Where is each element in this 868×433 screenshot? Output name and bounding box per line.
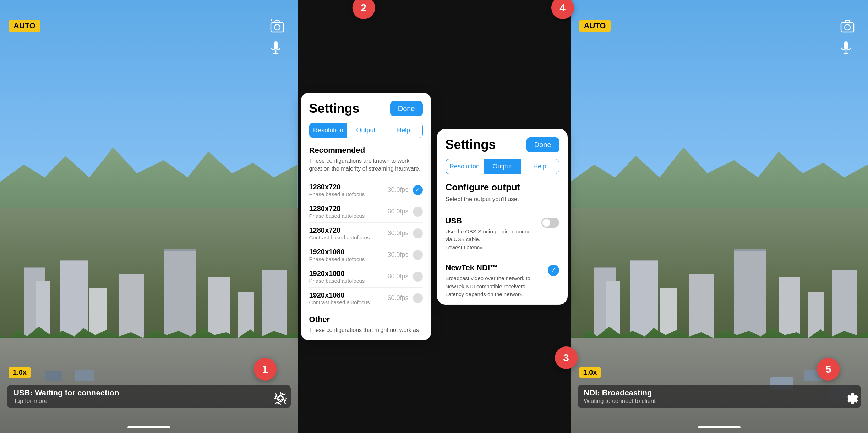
res-title-0: 1280x720 bbox=[309, 183, 365, 191]
output-name-usb: USB bbox=[446, 216, 538, 226]
status-sub-left: Tap for more bbox=[13, 398, 284, 405]
tab-bar-right: Resolution Output Help bbox=[446, 159, 559, 174]
radio-1[interactable] bbox=[413, 207, 423, 217]
status-sub-right: Waiting to connect to client bbox=[584, 398, 855, 405]
tab-resolution-left[interactable]: Resolution bbox=[310, 123, 347, 138]
settings-panel-left-wrapper: Settings Done Resolution Output Help Rec… bbox=[298, 0, 434, 433]
fps-2: 60.0fps bbox=[387, 229, 408, 237]
home-indicator-right bbox=[698, 426, 741, 428]
toggle-usb[interactable] bbox=[541, 218, 559, 228]
res-sub-4: Phase based autofocus bbox=[309, 278, 365, 284]
output-desc-ndi: Broadcast video over the network to NewT… bbox=[446, 274, 538, 299]
svg-point-7 bbox=[845, 24, 850, 30]
zoom-badge-right[interactable]: 1.0x bbox=[579, 367, 601, 378]
radio-2[interactable] bbox=[413, 228, 423, 238]
gear-icon-left[interactable] bbox=[272, 390, 289, 407]
radio-0[interactable]: ✓ bbox=[413, 185, 423, 195]
res-title-5: 1920x1080 bbox=[309, 291, 370, 299]
step-3-badge: 3 bbox=[555, 346, 578, 369]
fps-5: 60.0fps bbox=[387, 294, 408, 302]
resolution-row-0[interactable]: 1280x720 Phase based autofocus 30.0fps ✓ bbox=[309, 179, 423, 201]
resolution-row-3[interactable]: 1920x1080 Phase based autofocus 30.0fps bbox=[309, 244, 423, 266]
other-desc: These configurations that might not work… bbox=[309, 326, 423, 334]
other-title: Other bbox=[309, 315, 423, 324]
tab-resolution-right[interactable]: Resolution bbox=[446, 159, 484, 174]
output-name-ndi: NewTek NDI™ bbox=[446, 263, 538, 272]
settings-panel-right-wrapper: Settings Done Resolution Output Help Con… bbox=[434, 0, 571, 433]
resolution-row-5[interactable]: 1920x1080 Contrast based autofocus 60.0f… bbox=[309, 288, 423, 309]
tab-help-left[interactable]: Help bbox=[385, 123, 422, 138]
res-title-3: 1920x1080 bbox=[309, 248, 365, 256]
step-2-badge: 2 bbox=[352, 0, 375, 19]
done-button-left[interactable]: Done bbox=[390, 101, 423, 116]
res-sub-5: Contrast based autofocus bbox=[309, 299, 370, 305]
output-option-ndi[interactable]: NewTek NDI™ Broadcast video over the net… bbox=[446, 257, 559, 305]
auto-badge-left: AUTO bbox=[9, 20, 40, 32]
status-bar-right[interactable]: NDI: Broadcasting Waiting to connect to … bbox=[578, 385, 861, 408]
resolution-row-4[interactable]: 1920x1080 Phase based autofocus 60.0fps bbox=[309, 266, 423, 288]
radio-4[interactable] bbox=[413, 272, 423, 282]
res-title-1: 1280x720 bbox=[309, 205, 365, 213]
recommended-desc: These configurations are known to work g… bbox=[309, 157, 423, 173]
check-ndi[interactable]: ✓ bbox=[548, 265, 559, 276]
gear-icon-right[interactable] bbox=[842, 390, 859, 407]
res-sub-1: Phase based autofocus bbox=[309, 213, 365, 219]
settings-title-left: Settings bbox=[309, 101, 360, 116]
res-title-2: 1280x720 bbox=[309, 226, 370, 234]
mic-icon-right[interactable] bbox=[839, 41, 853, 55]
right-camera-panel: AUTO 1.0x NDI: Broadcasting Waiting to c… bbox=[571, 0, 868, 433]
output-desc-usb: Use the OBS Studio plugin to connect via… bbox=[446, 228, 538, 252]
res-sub-2: Contrast based autofocus bbox=[309, 234, 370, 240]
svg-rect-2 bbox=[274, 41, 278, 49]
status-title-left: USB: Waiting for connection bbox=[13, 388, 284, 398]
settings-title-right: Settings bbox=[446, 137, 496, 152]
tab-output-left[interactable]: Output bbox=[347, 123, 385, 138]
resolution-row-2[interactable]: 1280x720 Contrast based autofocus 60.0fp… bbox=[309, 223, 423, 244]
tab-help-right[interactable]: Help bbox=[521, 159, 559, 174]
fps-4: 60.0fps bbox=[387, 273, 408, 280]
tab-output-right[interactable]: Output bbox=[484, 159, 521, 174]
res-sub-3: Phase based autofocus bbox=[309, 256, 365, 262]
recommended-title: Recommended bbox=[309, 146, 423, 155]
step-5-badge: 5 bbox=[817, 358, 840, 381]
mic-icon-left[interactable] bbox=[269, 41, 283, 55]
status-title-right: NDI: Broadcasting bbox=[584, 388, 855, 398]
svg-rect-8 bbox=[844, 41, 848, 49]
svg-point-1 bbox=[274, 24, 280, 30]
configure-desc: Select the output you'll use. bbox=[446, 196, 559, 203]
fps-3: 30.0fps bbox=[387, 251, 408, 259]
output-option-usb[interactable]: USB Use the OBS Studio plugin to connect… bbox=[446, 211, 559, 258]
left-camera-panel: AUTO 1.0x 1 USB: Waiting for connect bbox=[0, 0, 298, 433]
configure-title: Configure output bbox=[446, 182, 559, 193]
res-sub-0: Phase based autofocus bbox=[309, 191, 365, 197]
res-title-4: 1920x1080 bbox=[309, 270, 365, 278]
radio-3[interactable] bbox=[413, 250, 423, 260]
camera-switch-icon-right[interactable] bbox=[838, 17, 857, 35]
resolution-row-1[interactable]: 1280x720 Phase based autofocus 60.0fps bbox=[309, 201, 423, 223]
fps-1: 60.0fps bbox=[387, 208, 408, 215]
zoom-badge-left[interactable]: 1.0x bbox=[9, 367, 31, 378]
home-indicator-left bbox=[127, 426, 170, 428]
step-1-badge: 1 bbox=[254, 358, 277, 381]
settings-panel-right: Settings Done Resolution Output Help Con… bbox=[437, 129, 568, 305]
fps-0: 30.0fps bbox=[387, 186, 408, 194]
radio-5[interactable] bbox=[413, 293, 423, 303]
status-bar-left[interactable]: USB: Waiting for connection Tap for more bbox=[7, 385, 291, 408]
done-button-right[interactable]: Done bbox=[526, 137, 559, 152]
camera-switch-icon-left[interactable] bbox=[268, 17, 286, 35]
settings-panel-left: Settings Done Resolution Output Help Rec… bbox=[301, 93, 431, 340]
auto-badge-right: AUTO bbox=[579, 20, 611, 32]
tab-bar-left: Resolution Output Help bbox=[309, 123, 423, 138]
